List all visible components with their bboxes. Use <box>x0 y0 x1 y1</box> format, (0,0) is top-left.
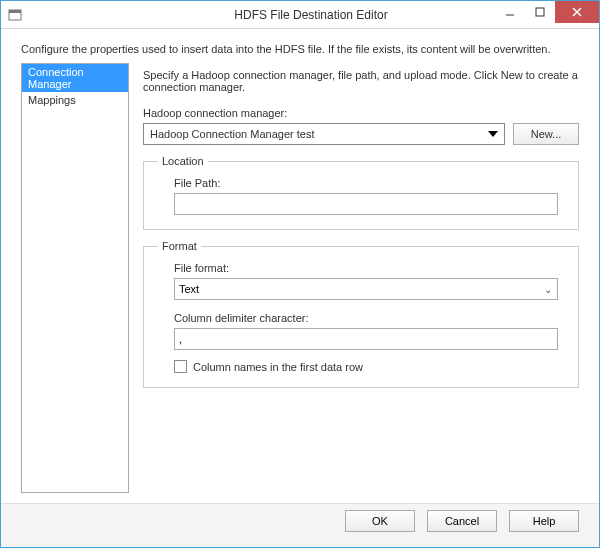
column-names-checkbox-label: Column names in the first data row <box>193 361 363 373</box>
window-controls <box>495 1 599 28</box>
new-connection-button[interactable]: New... <box>513 123 579 145</box>
ok-button[interactable]: OK <box>345 510 415 532</box>
connection-manager-value: Hadoop Connection Manager test <box>150 128 315 140</box>
content-panel: Specify a Hadoop connection manager, fil… <box>143 63 579 493</box>
delimiter-label: Column delimiter character: <box>174 312 558 324</box>
title-bar: HDFS File Destination Editor <box>1 1 599 29</box>
page-list: Connection Manager Mappings <box>21 63 129 493</box>
dropdown-caret-icon <box>488 131 498 137</box>
sidebar-item-mappings[interactable]: Mappings <box>22 92 128 108</box>
location-legend: Location <box>158 155 208 167</box>
help-button[interactable]: Help <box>509 510 579 532</box>
svg-rect-3 <box>536 8 544 16</box>
dialog-footer: OK Cancel Help <box>1 503 599 547</box>
connection-manager-dropdown[interactable]: Hadoop Connection Manager test <box>143 123 505 145</box>
format-legend: Format <box>158 240 201 252</box>
sidebar-item-connection-manager[interactable]: Connection Manager <box>22 64 128 92</box>
dialog-description: Configure the properties used to insert … <box>1 29 599 63</box>
fileformat-label: File format: <box>174 262 558 274</box>
minimize-button[interactable] <box>495 1 525 23</box>
connection-manager-label: Hadoop connection manager: <box>143 107 579 119</box>
filepath-input[interactable] <box>174 193 558 215</box>
close-button[interactable] <box>555 1 599 23</box>
filepath-label: File Path: <box>174 177 558 189</box>
location-group: Location File Path: <box>143 155 579 230</box>
svg-rect-1 <box>9 10 21 13</box>
delimiter-input[interactable] <box>174 328 558 350</box>
panel-instruction: Specify a Hadoop connection manager, fil… <box>143 69 579 93</box>
app-icon <box>7 7 23 23</box>
fileformat-select[interactable] <box>174 278 558 300</box>
format-group: Format File format: ⌄ Column delimiter c… <box>143 240 579 388</box>
maximize-button[interactable] <box>525 1 555 23</box>
cancel-button[interactable]: Cancel <box>427 510 497 532</box>
column-names-checkbox[interactable] <box>174 360 187 373</box>
